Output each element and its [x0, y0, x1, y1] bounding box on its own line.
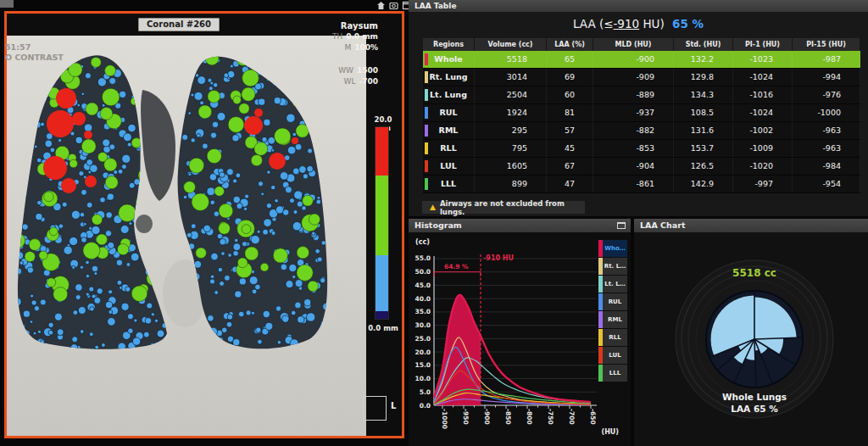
region-name: RLL — [440, 143, 456, 153]
legend-label: RLL — [603, 329, 627, 346]
region-name: Rt. Lung — [429, 72, 467, 81]
cell-mld: -882 — [593, 122, 674, 139]
legend-item-whole-lungs[interactable]: Who… — [598, 240, 627, 257]
screen-corner-tab — [0, 0, 14, 8]
cell-std: 126.5 — [674, 158, 733, 175]
region-color-chip — [425, 89, 428, 101]
viewer-overlay-left: 51:57 O CONTRAST — [5, 42, 64, 63]
legend-item-lul[interactable]: LUL — [598, 347, 627, 364]
svg-text:45.0: 45.0 — [415, 282, 431, 289]
table-header-row: RegionsVolume (cc)LAA (%)MLD (HU)Std. (H… — [423, 38, 860, 51]
cell-laa: 57 — [547, 122, 593, 139]
legend-item-rt-lung[interactable]: Rt. L… — [598, 258, 627, 275]
legend-label: Rt. L… — [603, 258, 627, 275]
svg-text:35.0: 35.0 — [415, 308, 431, 315]
histogram-legend: Who…Rt. L…Lt. L…RULRMLRLLLULLLL — [598, 240, 627, 382]
slice-badge[interactable]: Coronal #260 — [138, 18, 220, 31]
rose-region-label: Whole Lungs — [722, 392, 787, 402]
cell-pi1: -1002 — [733, 122, 793, 139]
laa-table-panel: LAA Table LAA (≤-910 HU) 65 % RegionsVol… — [409, 0, 868, 216]
laa-chart-panel: LAA Chart 5518 ccWhole LungsLAA 65 % — [634, 219, 868, 446]
svg-text:15.0: 15.0 — [415, 361, 431, 369]
orientation-marker: L — [391, 401, 396, 410]
table-row-rml[interactable]: RML29557-882131.6-1002-963 — [423, 122, 860, 140]
color-scale-segment — [376, 176, 388, 256]
region-color-chip — [425, 160, 428, 172]
region-color-chip — [425, 125, 428, 137]
table-row-lll[interactable]: LLL89947-861142.9-997-954 — [423, 176, 860, 193]
ct-viewer-panel[interactable]: Coronal #260 51:57 O CONTRAST Raysum TH0… — [4, 11, 404, 438]
table-row-rll[interactable]: RLL79545-853153.7-1009-963 — [423, 140, 860, 158]
laa-threshold-heading: LAA (≤-910 HU) 65 % — [409, 13, 868, 36]
svg-text:-700: -700 — [568, 409, 576, 425]
svg-text:55.0: 55.0 — [415, 254, 431, 262]
svg-text:10.0: 10.0 — [415, 375, 431, 382]
cell-laa: 47 — [547, 176, 593, 192]
cell-pi15: -987 — [793, 51, 860, 68]
table-row-rt-lung[interactable]: Rt. Lung301469-909129.8-1024-994 — [423, 69, 860, 86]
region-name: Lt. Lung — [430, 90, 467, 99]
cell-pi15: -976 — [793, 86, 860, 103]
cell-volume: 295 — [475, 122, 547, 139]
cell-std: 153.7 — [674, 140, 733, 157]
cell-volume: 899 — [475, 176, 547, 192]
table-row-lul[interactable]: LUL160567-904126.5-1020-984 — [423, 158, 860, 176]
cell-mld: -861 — [593, 176, 674, 192]
svg-text:5.0: 5.0 — [420, 388, 431, 396]
viewer-param-m: M100% — [332, 42, 378, 53]
svg-text:-850: -850 — [504, 409, 512, 425]
legend-item-rul[interactable]: RUL — [598, 293, 627, 310]
svg-text:(HU): (HU) — [601, 428, 619, 436]
navigator-box[interactable] — [363, 396, 387, 421]
region-name: RML — [439, 125, 459, 135]
svg-text:-1000: -1000 — [441, 409, 448, 429]
svg-text:-900: -900 — [483, 409, 491, 425]
table-row-rul[interactable]: RUL192481-937108.5-1024-1000 — [423, 104, 860, 122]
legend-item-rml[interactable]: RML — [598, 311, 627, 328]
contrast-label: O CONTRAST — [5, 53, 64, 63]
cell-mld: -889 — [593, 86, 674, 103]
histogram-plot[interactable]: (cc)0.05.010.015.020.025.030.035.040.045… — [409, 232, 631, 446]
svg-text:64.9 %: 64.9 % — [444, 263, 469, 270]
capture-icon[interactable] — [389, 1, 398, 10]
cell-laa: 81 — [547, 104, 593, 121]
projection-label: Raysum — [332, 20, 378, 31]
cell-volume: 3014 — [475, 69, 547, 86]
cell-mld: -900 — [593, 51, 674, 68]
svg-text:20.0: 20.0 — [415, 348, 431, 356]
column-header: PI-1 (HU) — [733, 38, 793, 51]
cell-pi15: -994 — [793, 69, 860, 86]
cell-pi1: -1024 — [733, 69, 793, 86]
legend-item-lt-lung[interactable]: Lt. L… — [598, 276, 627, 293]
cell-volume: 1924 — [475, 104, 547, 121]
cell-pi1: -1020 — [733, 158, 793, 175]
svg-text:40.0: 40.0 — [415, 295, 431, 303]
laa-rose-chart[interactable]: 5518 ccWhole LungsLAA 65 % — [634, 232, 868, 446]
region-color-chip — [425, 142, 428, 154]
cell-pi15: -963 — [793, 140, 860, 157]
legend-item-lll[interactable]: LLL — [598, 365, 627, 382]
column-header: Std. (HU) — [674, 38, 733, 51]
warning-text: Airways are not excluded from lungs. — [440, 199, 585, 216]
panel-title-laa-chart: LAA Chart — [634, 219, 868, 232]
cell-std: 108.5 — [674, 104, 733, 121]
column-header: LAA (%) — [547, 38, 593, 51]
legend-label: RUL — [603, 293, 627, 310]
histogram-panel: Histogram (cc)0.05.010.015.020.025.030.0… — [409, 219, 631, 446]
table-row-whole-lungs[interactable]: Whole Lungs551865-900132.2-1023-987 — [423, 51, 860, 69]
cell-volume: 5518 — [475, 51, 547, 68]
legend-label: LLL — [603, 365, 627, 382]
cell-volume: 795 — [475, 140, 547, 157]
column-header: PI-15 (HU) — [793, 38, 860, 51]
cell-volume: 1605 — [475, 158, 547, 175]
cell-laa: 65 — [547, 51, 593, 68]
rose-laa-label: LAA 65 % — [731, 404, 778, 414]
table-row-lt-lung[interactable]: Lt. Lung250460-889134.3-1016-976 — [423, 86, 860, 104]
home-icon[interactable] — [376, 1, 386, 10]
legend-item-rll[interactable]: RLL — [598, 329, 627, 346]
panel-title-histogram: Histogram — [409, 219, 631, 232]
svg-text:0.0: 0.0 — [420, 402, 431, 410]
svg-text:-650: -650 — [589, 409, 597, 425]
cell-pi1: -1024 — [733, 104, 793, 121]
expand-window-icon[interactable] — [617, 222, 626, 229]
